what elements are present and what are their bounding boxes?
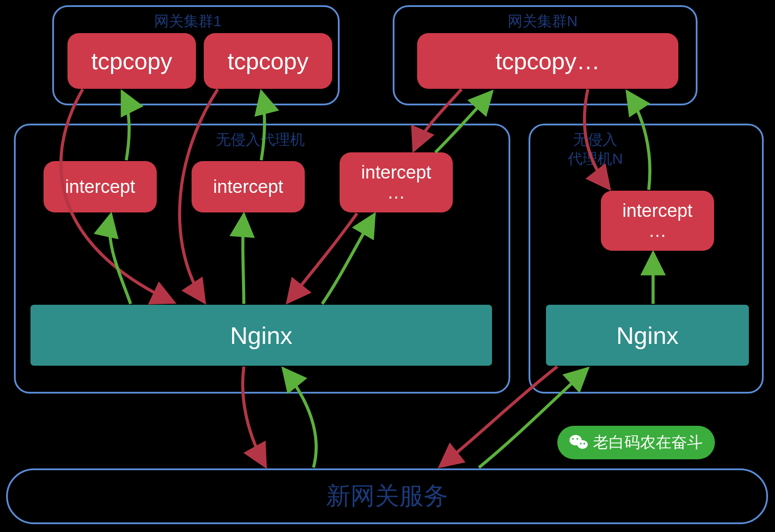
bottom-service: 新网关服务 bbox=[6, 468, 768, 524]
bottom-service-label: 新网关服务 bbox=[326, 480, 448, 513]
wechat-icon bbox=[569, 433, 589, 452]
node-intercept-3: intercept … bbox=[340, 152, 453, 212]
node-nginx-1: Nginx bbox=[30, 305, 492, 366]
node-tcpcopy-2: tcpcopy bbox=[204, 33, 332, 89]
wechat-badge: 老白码农在奋斗 bbox=[557, 426, 715, 459]
node-nginx-n: Nginx bbox=[546, 305, 749, 366]
node-intercept-1: intercept bbox=[44, 161, 157, 212]
wechat-badge-label: 老白码农在奋斗 bbox=[593, 432, 703, 453]
cluster-proxy-n-label: 无侵入 代理机N bbox=[568, 130, 623, 168]
node-tcpcopy-1: tcpcopy bbox=[67, 33, 196, 89]
cluster-gateway-n-label: 网关集群N bbox=[508, 11, 578, 31]
cluster-gateway-1-label: 网关集群1 bbox=[154, 11, 222, 31]
cluster-proxy-1-label: 无侵入代理机 bbox=[216, 130, 305, 150]
node-intercept-2: intercept bbox=[192, 161, 305, 212]
node-intercept-n: intercept … bbox=[601, 191, 714, 251]
node-tcpcopy-n: tcpcopy… bbox=[417, 33, 678, 89]
